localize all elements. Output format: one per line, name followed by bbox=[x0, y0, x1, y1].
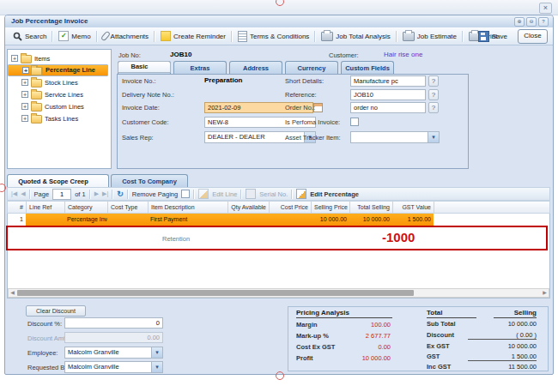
horizontal-scrollbar[interactable]: ◀ ▶ bbox=[8, 288, 549, 298]
prev-page-icon[interactable]: ◀ bbox=[21, 190, 25, 197]
chevron-down-icon[interactable]: ▾ bbox=[151, 362, 162, 372]
discount-percent-label: Discount %: bbox=[27, 320, 62, 328]
column-header[interactable]: # bbox=[8, 202, 27, 213]
toolbar-separator bbox=[231, 31, 233, 42]
table-row[interactable]: 1 Percentage Inv... First Payment 10 000… bbox=[7, 214, 550, 226]
remove-paging-checkbox[interactable] bbox=[181, 190, 190, 198]
tree-item-stock-lines[interactable]: + Stock Lines bbox=[8, 76, 111, 88]
scrollbar-thumb[interactable] bbox=[17, 290, 414, 296]
customer-name-link[interactable]: Hair rise one bbox=[384, 51, 422, 58]
window-restore-icon[interactable]: ⊖ bbox=[526, 17, 537, 27]
scroll-left-icon[interactable]: ◀ bbox=[9, 289, 16, 297]
save-button[interactable]: Save bbox=[474, 29, 512, 44]
memo-label: Memo bbox=[71, 33, 90, 40]
expand-icon[interactable]: + bbox=[21, 115, 28, 122]
column-header[interactable]: Cost Price bbox=[270, 202, 312, 213]
expand-icon[interactable]: + bbox=[21, 103, 28, 110]
search-button[interactable]: Search bbox=[9, 29, 51, 44]
last-page-icon[interactable]: ▶| bbox=[102, 190, 108, 197]
document-icon bbox=[238, 31, 247, 42]
tree-item-service-lines[interactable]: + Service Lines bbox=[8, 88, 111, 100]
next-page-icon[interactable]: ▶ bbox=[94, 190, 99, 197]
close-button[interactable]: Close bbox=[518, 29, 548, 44]
terms-conditions-label: Terms & Conditions bbox=[250, 33, 309, 40]
search-label: Search bbox=[25, 33, 46, 40]
employee-select[interactable]: Malcolm Granville ▾ bbox=[64, 347, 163, 359]
window-pin-icon[interactable]: ⊕ bbox=[514, 17, 525, 27]
column-header[interactable]: Cost Type bbox=[108, 202, 149, 213]
tree-item-custom-lines[interactable]: + Custom Lines bbox=[8, 100, 111, 112]
tab-cost-to-company[interactable]: Cost To Company bbox=[111, 174, 188, 187]
clear-discount-button[interactable]: Clear Discount bbox=[26, 305, 86, 317]
retention-value: -1000 bbox=[382, 230, 415, 244]
serial-no-button[interactable]: Serial No. bbox=[259, 190, 288, 198]
tab-address[interactable]: Address bbox=[229, 61, 282, 74]
chevron-down-icon[interactable]: ▾ bbox=[151, 347, 162, 358]
row-number-cell: 1 bbox=[7, 214, 26, 226]
pricing-analysis-title: Pricing Analysis bbox=[296, 309, 392, 318]
sales-rep-label: Sales Rep: bbox=[122, 134, 154, 142]
attachments-button[interactable]: Attachments bbox=[99, 29, 153, 44]
tab-currency[interactable]: Currency bbox=[285, 61, 338, 74]
tree-root-items[interactable]: + Items bbox=[8, 52, 111, 64]
toolbar-separator bbox=[314, 31, 316, 42]
sub-total-label: Sub Total bbox=[427, 320, 456, 328]
outer-close-icon[interactable]: × bbox=[539, 3, 552, 14]
column-header[interactable]: Qty Available bbox=[228, 202, 270, 213]
edit-line-button[interactable]: Edit Line bbox=[212, 190, 237, 198]
reference-input[interactable] bbox=[350, 89, 426, 100]
reference-help-button[interactable]: ? bbox=[428, 89, 439, 100]
short-details-input[interactable] bbox=[350, 75, 426, 87]
tree-item-tasks-lines[interactable]: + Tasks Lines bbox=[8, 112, 111, 124]
page-number-input[interactable] bbox=[52, 189, 71, 200]
job-estimate-button[interactable]: Job Estimate bbox=[398, 29, 461, 44]
pager-separator bbox=[112, 190, 113, 199]
folder-icon bbox=[31, 91, 42, 100]
column-header[interactable]: Item Description bbox=[149, 202, 228, 213]
column-header[interactable]: GST Value bbox=[393, 202, 434, 213]
employee-value: Malcolm Granville bbox=[68, 348, 119, 356]
create-reminder-button[interactable]: Create Reminder bbox=[156, 29, 230, 44]
is-perfoma-checkbox[interactable] bbox=[350, 118, 359, 126]
requested-by-select[interactable]: Malcolm Granville ▾ bbox=[64, 361, 163, 373]
tree-item-percentage-line[interactable]: + Percentage Line bbox=[8, 64, 108, 76]
grid-header: # Line Ref Category Cost Type Item Descr… bbox=[7, 201, 550, 214]
tab-extras[interactable]: Extras bbox=[173, 61, 227, 74]
folder-icon bbox=[21, 55, 32, 63]
expand-icon[interactable]: + bbox=[22, 67, 29, 74]
asset-tracker-select[interactable]: ▾ bbox=[350, 131, 440, 143]
column-header[interactable]: Category bbox=[65, 202, 108, 213]
short-details-help-button[interactable]: ? bbox=[428, 75, 439, 87]
tab-custom-fields[interactable]: Custom Fields bbox=[341, 61, 394, 74]
markup-label: Mark-up % bbox=[296, 332, 329, 340]
folder-icon bbox=[31, 67, 42, 75]
edit-percentage-button[interactable]: Edit Percentage bbox=[310, 190, 359, 198]
column-header[interactable]: Total Selling bbox=[350, 202, 393, 213]
tab-quoted-scope-creep[interactable]: Quoted & Scope Creep bbox=[7, 174, 109, 187]
first-page-icon[interactable]: |◀ bbox=[11, 190, 17, 197]
order-no-help-button[interactable]: ? bbox=[428, 102, 439, 113]
job-no-value: JOB10 bbox=[170, 51, 191, 58]
gst-value-cell: 1 500.00 bbox=[392, 214, 434, 226]
order-no-input[interactable] bbox=[350, 102, 426, 113]
job-total-analysis-button[interactable]: Job Total Analysis bbox=[317, 29, 394, 44]
tab-basic[interactable]: Basic bbox=[118, 61, 171, 73]
save-floppy-icon bbox=[478, 31, 489, 42]
discount-total-label: Discount bbox=[427, 331, 454, 339]
window-help-icon[interactable]: ? bbox=[538, 17, 549, 27]
expand-icon[interactable]: + bbox=[21, 91, 28, 98]
selling-price-cell: 10 000.00 bbox=[311, 214, 349, 226]
terms-conditions-button[interactable]: Terms & Conditions bbox=[234, 29, 313, 44]
column-header[interactable]: Line Ref bbox=[27, 202, 65, 213]
expand-icon[interactable]: + bbox=[11, 55, 18, 62]
discount-amount-input bbox=[64, 332, 163, 343]
retention-row-annotation-box[interactable]: Retention -1000 bbox=[6, 226, 548, 250]
refresh-icon[interactable]: ↻ bbox=[117, 190, 124, 198]
memo-button[interactable]: ✓ Memo bbox=[54, 29, 94, 44]
discount-percent-input[interactable] bbox=[64, 317, 163, 329]
column-header[interactable]: Selling Price bbox=[312, 202, 350, 213]
attachments-label: Attachments bbox=[111, 33, 149, 40]
expand-icon[interactable]: + bbox=[21, 79, 28, 86]
chevron-down-icon[interactable]: ▾ bbox=[428, 132, 439, 142]
scroll-right-icon[interactable]: ▶ bbox=[541, 289, 549, 297]
